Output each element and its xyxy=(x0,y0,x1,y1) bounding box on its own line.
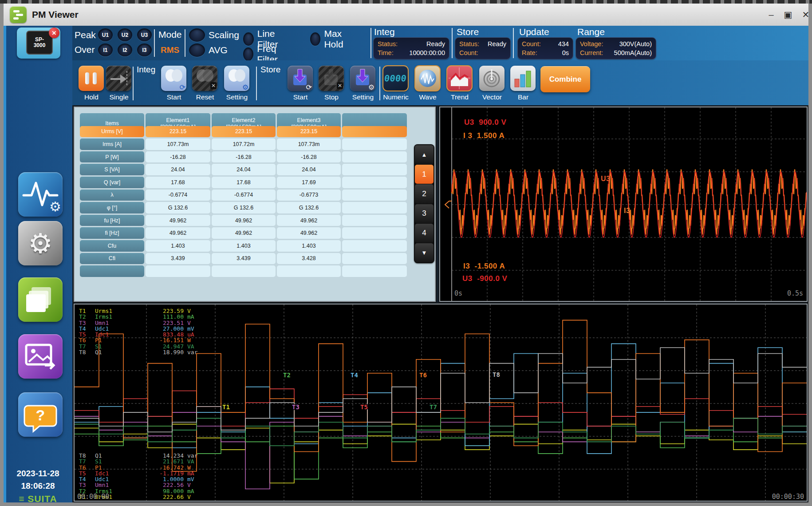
legend-row-t5: T5Idc1-1.1719mA xyxy=(79,470,197,476)
mode-value: RMS xyxy=(161,45,179,55)
close-button[interactable]: ✕ xyxy=(799,8,812,22)
value-cell: -0.6774 xyxy=(212,190,276,201)
peak-over-indicator-u2: U2 xyxy=(118,28,132,41)
single-button[interactable] xyxy=(106,66,131,91)
wave-scale-i3-bottom: I3 -1.500 A xyxy=(463,262,505,271)
avg-indicator[interactable] xyxy=(189,43,205,57)
wave-monitor-nav-button[interactable]: ⚙ xyxy=(18,172,63,217)
value-cell: -16.28 xyxy=(212,151,276,163)
trend-marker-t2: T2 xyxy=(283,372,291,379)
wave-view-button[interactable] xyxy=(415,66,440,91)
value-cell xyxy=(277,265,341,277)
value-cell: 1.403 xyxy=(146,240,210,252)
store-stop-label: Stop xyxy=(313,93,350,101)
integ-reset-wrap: ✕ Reset xyxy=(192,66,217,107)
scaling-indicator[interactable] xyxy=(189,28,205,42)
value-cell: G 132.6 xyxy=(146,202,210,213)
divider xyxy=(185,29,185,57)
store-start-button[interactable]: ⟳ xyxy=(288,66,313,91)
settings-nav-button[interactable]: ⚙ xyxy=(18,221,63,265)
integ-setting-button[interactable]: ⚙ xyxy=(224,66,249,91)
legend-row-t7: T7S121.671VA xyxy=(79,459,197,464)
titlebar: PM Viewer – ▣ ✕ xyxy=(4,4,808,26)
trend-view-button[interactable] xyxy=(447,66,472,91)
pause-icon xyxy=(85,72,89,84)
integ-start-button[interactable]: ⟳ xyxy=(161,66,186,91)
wave-time-start: 0s xyxy=(454,289,462,297)
store-setting-button[interactable]: ⚙ xyxy=(350,66,375,91)
value-cell: 49.962 xyxy=(277,227,341,239)
wave-scale-u3-bottom: U3 -900.0 V xyxy=(462,274,507,283)
wave-view-wrap: Wave xyxy=(415,66,440,107)
item-label-cell: Urms [V] xyxy=(80,126,144,138)
store-group-label: Store xyxy=(260,65,280,75)
gear-icon: ⚙ xyxy=(368,84,374,91)
sidebar: SP- 3000 ✕ ⚙ ⚙ ? 2023-11-28 xyxy=(4,26,72,502)
app-logo-icon xyxy=(10,6,27,23)
legend-row-t8: T8Q118.990var xyxy=(79,349,197,355)
range-voltage-label: Voltage: xyxy=(580,40,603,47)
max-hold-indicator[interactable] xyxy=(310,32,320,46)
page-up-button[interactable]: ▲ xyxy=(415,145,434,164)
value-cell xyxy=(342,227,407,239)
trace-label-i3: I3 xyxy=(624,207,630,215)
value-cell xyxy=(342,253,407,265)
page-button-1[interactable]: 1 xyxy=(415,165,434,184)
avg-label: AVG xyxy=(209,45,228,55)
page-down-button[interactable]: ▼ xyxy=(415,243,434,262)
integ-setting-label: Setting xyxy=(219,93,255,101)
item-label-cell: φ [°] xyxy=(80,202,144,213)
vector-view-wrap: Vector xyxy=(479,66,505,107)
maximize-button[interactable]: ▣ xyxy=(781,8,795,22)
value-cell: 24.04 xyxy=(277,164,341,175)
combine-button[interactable]: Combine xyxy=(540,66,590,92)
legend-row-t4: T4Udc127.000mV xyxy=(79,326,197,332)
trend-marker-t8: T8 xyxy=(493,371,500,378)
item-label-cell: S [VA] xyxy=(80,164,144,175)
screenshot-nav-button[interactable] xyxy=(18,334,63,379)
wave-scale-u3-top: U3 900.0 V xyxy=(464,118,506,127)
brand-bars-icon: ≡ xyxy=(19,494,24,504)
numeric-view-button[interactable]: 0000 xyxy=(383,66,408,91)
mode-label: Mode xyxy=(158,29,182,40)
minimize-button[interactable]: – xyxy=(764,8,778,22)
value-cell: -0.6773 xyxy=(277,190,341,201)
range-voltage-value: 300V(Auto) xyxy=(619,40,652,47)
trend-view-wrap: Trend xyxy=(447,66,472,107)
layers-nav-button[interactable] xyxy=(18,277,63,322)
vector-view-button[interactable] xyxy=(479,66,505,91)
value-cell xyxy=(342,240,407,252)
value-cell xyxy=(342,164,407,175)
page-button-3[interactable]: 3 xyxy=(415,204,434,223)
integ-reset-button[interactable]: ✕ xyxy=(192,66,217,91)
bar-view-button[interactable] xyxy=(510,66,536,91)
refresh-icon: ⟳ xyxy=(180,84,185,91)
integ-status-label: Status: xyxy=(378,40,398,47)
disconnect-badge-icon: ✕ xyxy=(49,28,59,38)
integ-setting-wrap: ⚙ Setting xyxy=(224,66,249,107)
device-sp3000-button[interactable]: SP- 3000 ✕ xyxy=(17,28,60,59)
store-stop-button[interactable]: ✕ xyxy=(319,66,344,91)
pause-icon xyxy=(93,72,97,84)
legend-row-t8: T8Q114.234var xyxy=(79,453,197,459)
peak-over-indicator-u3: U3 xyxy=(137,28,152,41)
page-button-4[interactable]: 4 xyxy=(415,224,434,243)
value-cell: 49.962 xyxy=(146,227,210,239)
value-cell: 107.73m xyxy=(146,138,210,150)
hold-button-wrap: Hold xyxy=(79,66,104,107)
hold-button[interactable] xyxy=(79,66,104,91)
svg-text:?: ? xyxy=(36,407,45,423)
scaling-label: Scaling xyxy=(209,30,239,40)
page-button-2[interactable]: 2 xyxy=(415,184,434,203)
help-nav-button[interactable]: ? xyxy=(18,392,63,437)
desktop-edge xyxy=(0,0,812,4)
item-label-cell: Q [var] xyxy=(80,177,144,188)
window-border-right xyxy=(808,4,812,506)
vector-target-icon xyxy=(479,66,505,91)
value-cell: 49.962 xyxy=(146,215,210,226)
value-cell xyxy=(342,177,407,188)
brand-text: SUITA xyxy=(28,494,57,504)
numeric-table: ItemsElement1[300V 500mA]Element2[300V 5… xyxy=(80,113,407,277)
freq-filter-indicator[interactable] xyxy=(243,47,253,61)
integ-time-value: 10000:00:00 xyxy=(409,49,445,56)
